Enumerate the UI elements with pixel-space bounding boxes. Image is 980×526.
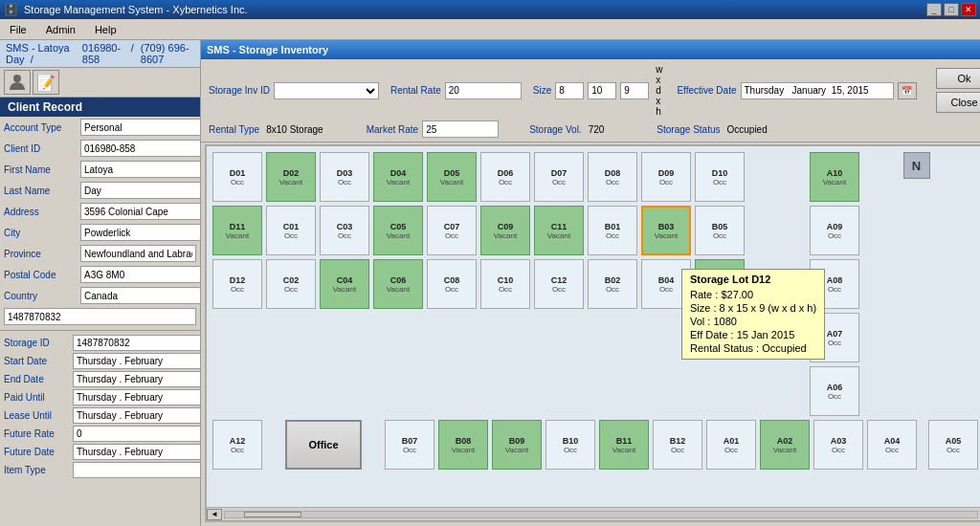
scroll-left-button[interactable]: ◄ xyxy=(207,509,222,520)
cell-A06[interactable]: A06Occ xyxy=(810,366,859,416)
cell-B07[interactable]: B07Occ xyxy=(385,420,434,470)
sidebar: SMS - Latoya Day / 016980-858 / (709) 69… xyxy=(0,40,201,526)
maximize-button[interactable]: □ xyxy=(944,3,959,16)
cell-D05[interactable]: D05Vacant xyxy=(427,152,477,202)
country-input[interactable] xyxy=(80,287,200,304)
cell-C07[interactable]: C07Occ xyxy=(427,206,477,255)
minimize-button[interactable]: _ xyxy=(926,3,942,16)
future-date-row: Future Date xyxy=(0,443,200,461)
end-date-input[interactable] xyxy=(73,371,200,387)
cell-A10[interactable]: A10Vacant xyxy=(810,152,859,202)
calendar-button[interactable]: 📅 xyxy=(898,82,917,99)
rental-type-value: 8x10 Storage xyxy=(263,123,326,136)
last-name-input[interactable] xyxy=(80,182,200,199)
cell-A01[interactable]: A01Occ xyxy=(706,420,756,470)
cell-C11[interactable]: C11Vacant xyxy=(534,206,584,255)
horizontal-scrollbar[interactable]: ◄ ► xyxy=(207,507,980,520)
start-date-label: Start Date xyxy=(4,356,73,366)
postal-code-input[interactable] xyxy=(80,266,200,283)
menu-help[interactable]: Help xyxy=(89,22,122,37)
office-button[interactable]: Office xyxy=(285,420,362,470)
cell-D10[interactable]: D10Occ xyxy=(695,152,745,202)
cell-B01[interactable]: B01Occ xyxy=(588,206,637,255)
toolbar-person-icon[interactable] xyxy=(4,70,31,95)
first-name-label: First Name xyxy=(4,164,80,175)
first-name-input[interactable] xyxy=(80,161,200,178)
cell-A02[interactable]: A02Vacant xyxy=(760,420,810,470)
cell-A04[interactable]: A04Occ xyxy=(867,420,917,470)
item-type-input[interactable] xyxy=(73,462,200,478)
cell-D07[interactable]: D07Occ xyxy=(534,152,584,202)
sidebar-phone: (709) 696-8607 xyxy=(141,42,194,65)
cell-D02[interactable]: D02Vacant xyxy=(266,152,316,202)
start-date-input[interactable] xyxy=(73,353,200,369)
size-h-input[interactable] xyxy=(620,82,649,99)
province-input[interactable] xyxy=(80,245,196,262)
cell-A03[interactable]: A03Occ xyxy=(813,420,863,470)
phone2-input[interactable] xyxy=(4,308,196,325)
address-row: Address xyxy=(0,201,200,222)
future-date-input[interactable] xyxy=(73,444,200,460)
window-close-button[interactable]: ✕ xyxy=(961,3,976,16)
cell-C06[interactable]: C06Vacant xyxy=(373,259,423,309)
cell-B08[interactable]: B08Vacant xyxy=(438,420,488,470)
item-type-row: Item Type xyxy=(0,461,200,479)
menu-file[interactable]: File xyxy=(4,22,33,37)
storage-inv-id-label: Storage Inv ID xyxy=(209,85,270,96)
cell-D09[interactable]: D09Occ xyxy=(641,152,691,202)
rental-rate-input[interactable] xyxy=(445,82,522,99)
storage-id-input[interactable] xyxy=(73,335,200,351)
cell-B03[interactable]: B03Vacant xyxy=(641,206,691,255)
cell-C12[interactable]: C12Occ xyxy=(534,259,584,309)
close-button[interactable]: Close xyxy=(936,92,981,113)
cell-B10[interactable]: B10Occ xyxy=(546,420,595,470)
cell-C10[interactable]: C10Occ xyxy=(480,259,530,309)
sms-title-bar: SMS - Storage Inventory ✕ xyxy=(201,40,980,59)
cell-D06[interactable]: D06Occ xyxy=(480,152,530,202)
future-rate-input[interactable] xyxy=(73,426,200,442)
tooltip-vol: Vol : 1080 xyxy=(690,315,816,328)
cell-B12[interactable]: B12Occ xyxy=(653,420,702,470)
storage-inv-id-select[interactable] xyxy=(274,82,379,99)
cell-C02[interactable]: C02Occ xyxy=(266,259,316,309)
cell-D12[interactable]: D12Occ xyxy=(212,259,262,309)
country-row: Country xyxy=(0,285,200,306)
cell-C03[interactable]: C03Occ xyxy=(320,206,369,255)
client-id-input[interactable] xyxy=(80,140,200,157)
toolbar-notes-icon[interactable]: 📝 xyxy=(33,70,59,95)
svg-point-0 xyxy=(13,75,21,82)
cell-D03[interactable]: D03Occ xyxy=(320,152,369,202)
cell-B11[interactable]: B11Vacant xyxy=(599,420,649,470)
scrollbar-thumb[interactable] xyxy=(244,512,301,517)
account-type-input[interactable] xyxy=(80,119,200,136)
cell-C01[interactable]: C01Occ xyxy=(266,206,316,255)
cell-D08[interactable]: D08Occ xyxy=(588,152,637,202)
cell-A09[interactable]: A09Occ xyxy=(810,206,859,255)
cell-C09[interactable]: C09Vacant xyxy=(480,206,530,255)
paid-until-input[interactable] xyxy=(73,389,200,405)
first-name-row: First Name xyxy=(0,159,200,180)
cell-C08[interactable]: C08Occ xyxy=(427,259,477,309)
size-d-input[interactable] xyxy=(588,82,616,99)
cell-C04[interactable]: C04Vacant xyxy=(320,259,369,309)
cell-D04[interactable]: D04Vacant xyxy=(373,152,423,202)
size-label: Size xyxy=(533,85,551,96)
cell-B02[interactable]: B02Occ xyxy=(588,259,637,309)
cell-D11[interactable]: D11Vacant xyxy=(212,206,262,255)
cell-B05[interactable]: B05Occ xyxy=(695,206,745,255)
lease-until-input[interactable] xyxy=(73,407,200,424)
ok-button[interactable]: Ok xyxy=(936,68,981,89)
address-input[interactable] xyxy=(80,203,200,220)
market-rate-group: Market Rate xyxy=(367,121,499,138)
cell-A12[interactable]: A12Occ xyxy=(212,420,262,470)
city-input[interactable] xyxy=(80,224,200,241)
menu-admin[interactable]: Admin xyxy=(40,22,81,37)
cell-B09[interactable]: B09Vacant xyxy=(492,420,542,470)
cell-A05[interactable]: A05Occ xyxy=(928,420,978,470)
cell-C05[interactable]: C05Vacant xyxy=(373,206,423,255)
sms-action-buttons: Ok Close xyxy=(928,68,981,113)
cell-D01[interactable]: D01Occ xyxy=(212,152,262,202)
effective-date-input[interactable] xyxy=(741,82,894,99)
market-rate-input[interactable] xyxy=(422,121,499,138)
size-w-input[interactable] xyxy=(555,82,584,99)
